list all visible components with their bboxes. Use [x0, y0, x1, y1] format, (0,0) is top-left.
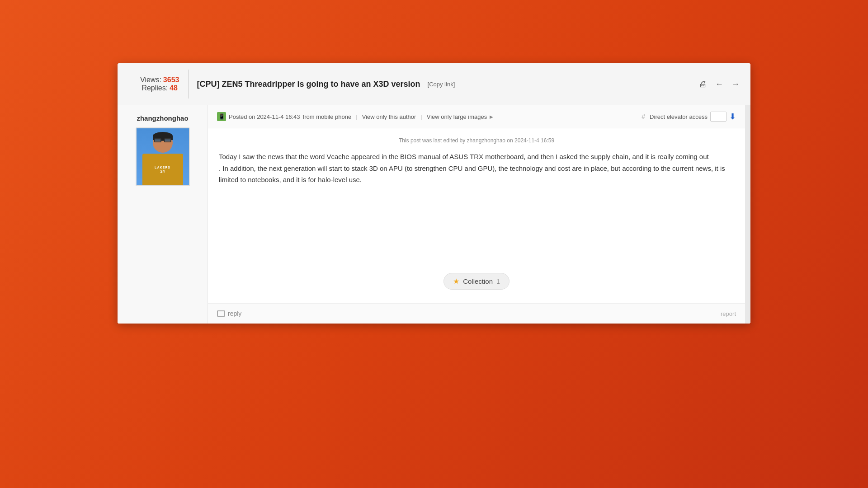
post-line2: . In addition, the next generation will … [219, 164, 725, 184]
avatar: LAKERS 24 [136, 127, 190, 186]
report-link[interactable]: report [721, 310, 736, 317]
elevator-go-button[interactable]: ⬇ [729, 112, 736, 122]
post-meta-bar: 📱 Posted on 2024-11-4 16:43 from mobile … [208, 105, 745, 128]
header-left: Views: 3653 Replies: 48 [CPU] ZEN5 Threa… [127, 70, 455, 99]
author-username: zhangzhonghao [137, 114, 188, 122]
elevator-area: # Direct elevator access ⬇ [642, 112, 736, 122]
header: Views: 3653 Replies: 48 [CPU] ZEN5 Threa… [118, 63, 750, 105]
scrollbar[interactable] [745, 105, 750, 324]
copy-link-button[interactable]: [Copy link] [428, 81, 455, 88]
sidebar: zhangzhonghao LAKERS 24 [118, 105, 208, 324]
view-author-link[interactable]: View only this author [362, 113, 416, 120]
replies-count: 48 [170, 84, 178, 92]
elevator-label: Direct elevator access [650, 113, 708, 120]
sep1: | [356, 113, 357, 120]
last-edited-notice: This post was last edited by zhangzhongh… [219, 137, 734, 144]
post-line1: Today I saw the news that the word Vcach… [219, 153, 709, 160]
collection-count: 1 [496, 278, 500, 285]
avatar-figure: LAKERS 24 [137, 128, 189, 185]
arrow-icon: ▶ [490, 114, 493, 119]
collection-button[interactable]: ★ Collection 1 [443, 273, 509, 290]
back-button[interactable]: ← [713, 78, 725, 91]
content-area: zhangzhonghao LAKERS 24 [118, 105, 750, 324]
collection-label: Collection [463, 277, 493, 285]
sep2: | [420, 113, 422, 120]
posted-date: Posted on 2024-11-4 16:43 [229, 113, 300, 120]
reply-icon [217, 310, 225, 317]
page-title: [CPU] ZEN5 Threadripper is going to have… [197, 80, 420, 89]
replies-label: Replies: [142, 84, 168, 92]
view-images-link[interactable]: View only large images [427, 113, 487, 120]
mobile-icon: 📱 [217, 112, 226, 121]
print-button[interactable]: 🖨 [697, 78, 709, 91]
post-footer: reply report [208, 303, 745, 324]
post-area: 📱 Posted on 2024-11-4 16:43 from mobile … [208, 105, 745, 324]
star-icon: ★ [453, 277, 459, 286]
reply-label: reply [228, 310, 241, 317]
collection-area: ★ Collection 1 [208, 264, 745, 303]
forward-button[interactable]: → [730, 78, 741, 91]
post-content: This post was last edited by zhangzhongh… [208, 128, 745, 264]
from-label: from mobile phone [303, 113, 352, 120]
main-container: Views: 3653 Replies: 48 [CPU] ZEN5 Threa… [118, 63, 750, 324]
hash-symbol: # [642, 113, 645, 120]
stats-block: Views: 3653 Replies: 48 [127, 70, 189, 99]
views-label: Views: [140, 76, 161, 84]
views-count: 3653 [163, 76, 179, 84]
header-actions: 🖨 ← → [697, 78, 741, 91]
reply-button[interactable]: reply [217, 310, 241, 317]
post-body: Today I saw the news that the word Vcach… [219, 151, 734, 186]
elevator-input[interactable] [710, 112, 726, 122]
